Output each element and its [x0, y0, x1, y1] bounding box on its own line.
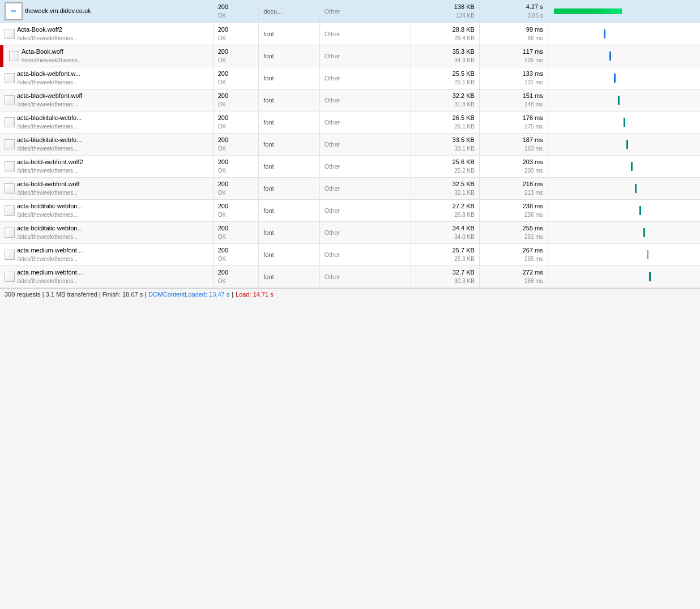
table-row[interactable]: acta-medium-webfont.... /sites/theweek/t… [0, 244, 700, 266]
table-row[interactable]: acta-bold-webfont.woff2 /sites/theweek/t… [0, 156, 700, 178]
initiator-cell: Other [319, 111, 411, 134]
status-text: OK [218, 233, 254, 241]
resource-name: acta-blackitalic-webfo... [17, 114, 82, 122]
time-latency: 187 ms [484, 136, 543, 144]
status-text: OK [218, 101, 254, 109]
initiator-cell: Other [319, 200, 411, 222]
type-cell: font [259, 156, 319, 178]
table-row[interactable]: acta-black-webfont.w... /sites/theweek/t… [0, 67, 700, 89]
status-text: 300 requests | 3.1 MB transferred | Fini… [5, 291, 146, 298]
table-row[interactable]: acta-blackitalic-webfo... /sites/theweek… [0, 111, 700, 134]
status-text: OK [218, 12, 254, 20]
file-icon [5, 95, 15, 105]
name-cell: acta-black-webfont.woff /sites/theweek/t… [0, 89, 213, 111]
file-icon [5, 117, 15, 127]
dom-content-loaded-link[interactable]: DOMContentLoaded: 13.47 s [148, 291, 229, 298]
name-cell: acta-bold-webfont.woff /sites/theweek/th… [0, 178, 213, 200]
status-cell: 200 OK [213, 0, 259, 23]
table-row[interactable]: acta-black-webfont.woff /sites/theweek/t… [0, 89, 700, 111]
table-row[interactable]: acta-blackitalic-webfo... /sites/theweek… [0, 134, 700, 156]
file-icon [9, 51, 19, 61]
status-code: 200 [218, 114, 254, 122]
status-text: OK [218, 255, 254, 263]
initiator-cell: Other [319, 89, 411, 111]
waterfall-tick [639, 206, 641, 215]
status-text: OK [218, 145, 254, 153]
table-row[interactable]: <> theweek.vm.didev.co.uk 200 OK docu...… [0, 0, 700, 23]
resource-path: /sites/theweek/themes... [17, 101, 82, 109]
size-cell: 25.5 KB 25.1 KB [411, 67, 479, 89]
initiator-cell: Other [319, 0, 411, 23]
initiator-cell: Other [319, 244, 411, 266]
size-resource: 134 KB [416, 12, 475, 20]
size-transferred: 32.7 KB [416, 268, 475, 277]
time-cell: 151 ms 148 ms [479, 89, 548, 111]
time-download: 236 ms [484, 211, 543, 219]
name-cell: acta-blackitalic-webfo... /sites/theweek… [0, 134, 213, 156]
size-transferred: 25.6 KB [416, 158, 475, 166]
waterfall-cell [548, 111, 700, 134]
table-row[interactable]: acta-bold-webfont.woff /sites/theweek/th… [0, 178, 700, 200]
resource-name: acta-blackitalic-webfo... [17, 136, 82, 144]
waterfall-tick [618, 96, 620, 105]
status-cell: 200 OK [213, 89, 259, 111]
time-download: 183 ms [484, 145, 543, 153]
time-latency: 133 ms [484, 70, 543, 78]
waterfall-cell [548, 0, 700, 23]
size-resource: 25.1 KB [416, 79, 475, 87]
initiator-cell: Other [319, 134, 411, 156]
waterfall-cell [548, 244, 700, 266]
time-download: 200 ms [484, 167, 543, 175]
resource-type: font [263, 251, 274, 258]
resource-type: font [263, 119, 274, 126]
type-cell: font [259, 23, 319, 45]
size-cell: 27.2 KB 26.8 KB [411, 200, 479, 222]
status-code: 200 [218, 136, 254, 144]
table-row[interactable]: acta-bolditalic-webfon... /sites/theweek… [0, 222, 700, 244]
waterfall-cell [548, 23, 700, 45]
file-icon [5, 73, 15, 83]
time-latency: 176 ms [484, 114, 543, 122]
size-transferred: 25.7 KB [416, 246, 475, 255]
status-code: 200 [218, 180, 254, 188]
waterfall-tick [643, 228, 645, 237]
resource-name: acta-medium-webfont.... [17, 246, 84, 255]
status-code: 200 [218, 92, 254, 100]
status-text: OK [218, 79, 254, 87]
table-row[interactable]: acta-bolditalic-webfon... /sites/theweek… [0, 200, 700, 222]
time-download: 268 ms [484, 277, 543, 285]
initiator-cell: Other [319, 156, 411, 178]
status-code: 200 [218, 3, 254, 11]
resource-name: Acta-Book.woff2 [17, 25, 78, 34]
time-cell: 4.27 s 3.85 s [479, 0, 548, 23]
waterfall-cell [548, 178, 700, 200]
size-transferred: 35.3 KB [416, 48, 475, 56]
table-row[interactable]: acta-medium-webfont.... /sites/theweek/t… [0, 266, 700, 288]
resource-path: /sites/theweek/themes... [17, 255, 84, 263]
size-transferred: 26.5 KB [416, 114, 475, 122]
table-row[interactable]: Acta-Book.woff /sites/theweek/themes... … [0, 45, 700, 67]
name-cell: acta-blackitalic-webfo... /sites/theweek… [0, 111, 213, 134]
time-download: 105 ms [484, 57, 543, 65]
type-cell: font [259, 244, 319, 266]
initiator-value: Other [325, 229, 340, 236]
resource-path: /sites/theweek/themes... [17, 233, 83, 241]
resource-name: Acta-Book.woff [22, 48, 82, 56]
name-cell: acta-bolditalic-webfon... /sites/theweek… [0, 200, 213, 222]
status-cell: 200 OK [213, 244, 259, 266]
table-row[interactable]: Acta-Book.woff2 /sites/theweek/themes...… [0, 23, 700, 45]
type-cell: font [259, 266, 319, 288]
waterfall-tick [604, 29, 605, 38]
initiator-value: Other [325, 53, 340, 59]
status-code: 200 [218, 48, 254, 56]
initiator-cell: Other [319, 45, 411, 67]
waterfall-tick [647, 250, 648, 259]
waterfall-cell [548, 222, 700, 244]
status-text: OK [218, 57, 254, 65]
resource-path: /sites/theweek/themes... [22, 57, 82, 65]
time-cell: 203 ms 200 ms [479, 156, 548, 178]
resource-name: acta-black-webfont.woff [17, 92, 82, 100]
resource-type: font [263, 75, 274, 82]
file-icon [5, 161, 15, 171]
initiator-value: Other [325, 119, 340, 126]
